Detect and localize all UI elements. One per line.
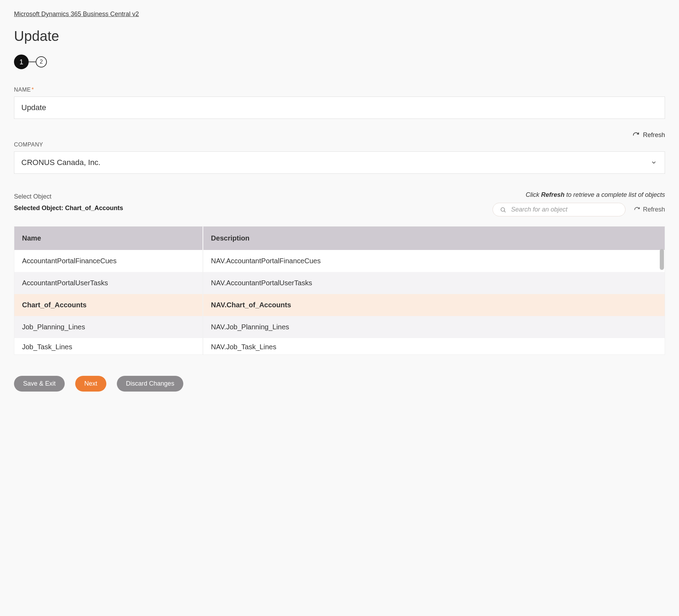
svg-point-0 — [501, 208, 505, 212]
action-buttons: Save & Exit Next Discard Changes — [14, 376, 665, 392]
page-title: Update — [14, 28, 665, 44]
cell-description: NAV.AccountantPortalFinanceCues — [203, 250, 665, 272]
search-box — [493, 203, 625, 216]
discard-button[interactable]: Discard Changes — [117, 376, 183, 392]
step-indicator: 1 2 — [14, 55, 665, 69]
name-label: NAME* — [14, 87, 665, 93]
cell-name: Job_Task_Lines — [14, 338, 203, 354]
table-row[interactable]: AccountantPortalFinanceCuesNAV.Accountan… — [14, 250, 665, 272]
step-connector — [29, 62, 36, 62]
object-table: Name Description AccountantPortalFinance… — [14, 227, 665, 354]
selected-object: Selected Object: Chart_of_Accounts — [14, 205, 493, 212]
cell-description: NAV.AccountantPortalUserTasks — [203, 272, 665, 294]
table-row[interactable]: Chart_of_AccountsNAV.Chart_of_Accounts — [14, 294, 665, 316]
scrollbar-thumb[interactable] — [660, 249, 664, 270]
step-2[interactable]: 2 — [36, 56, 47, 67]
cell-name: Job_Planning_Lines — [14, 316, 203, 338]
cell-name: AccountantPortalFinanceCues — [14, 250, 203, 272]
next-button[interactable]: Next — [75, 376, 106, 392]
refresh-company-button[interactable]: Refresh — [632, 131, 665, 139]
refresh-icon — [632, 132, 639, 139]
name-field-group: NAME* — [14, 87, 665, 119]
company-field-group: COMPANY CRONUS Canada, Inc. — [14, 142, 665, 174]
cell-description: NAV.Job_Task_Lines — [203, 338, 665, 354]
company-label: COMPANY — [14, 142, 665, 148]
table-row[interactable]: AccountantPortalUserTasksNAV.AccountantP… — [14, 272, 665, 294]
refresh-objects-button[interactable]: Refresh — [634, 206, 665, 213]
breadcrumb-link[interactable]: Microsoft Dynamics 365 Business Central … — [14, 10, 139, 17]
cell-name: Chart_of_Accounts — [14, 294, 203, 316]
required-star-icon: * — [31, 87, 34, 93]
breadcrumb: Microsoft Dynamics 365 Business Central … — [14, 10, 665, 18]
search-input[interactable] — [511, 206, 618, 213]
cell-name: AccountantPortalUserTasks — [14, 272, 203, 294]
refresh-icon — [634, 207, 640, 213]
search-icon — [500, 207, 506, 213]
table-row[interactable]: Job_Planning_LinesNAV.Job_Planning_Lines — [14, 316, 665, 338]
scrollbar-track — [660, 249, 664, 354]
refresh-objects-label: Refresh — [643, 206, 665, 213]
name-input[interactable] — [14, 96, 665, 119]
col-name-header[interactable]: Name — [14, 227, 203, 250]
object-table-wrap: Name Description AccountantPortalFinance… — [14, 226, 665, 355]
step-1[interactable]: 1 — [14, 55, 29, 69]
refresh-company-label: Refresh — [643, 131, 665, 139]
refresh-hint: Click Refresh to retrieve a complete lis… — [526, 191, 665, 199]
table-row[interactable]: Job_Task_LinesNAV.Job_Task_Lines — [14, 338, 665, 354]
company-select[interactable]: CRONUS Canada, Inc. — [14, 151, 665, 174]
select-object-label: Select Object — [14, 193, 493, 200]
col-description-header[interactable]: Description — [203, 227, 665, 250]
save-exit-button[interactable]: Save & Exit — [14, 376, 65, 392]
svg-line-1 — [504, 211, 505, 212]
cell-description: NAV.Chart_of_Accounts — [203, 294, 665, 316]
cell-description: NAV.Job_Planning_Lines — [203, 316, 665, 338]
